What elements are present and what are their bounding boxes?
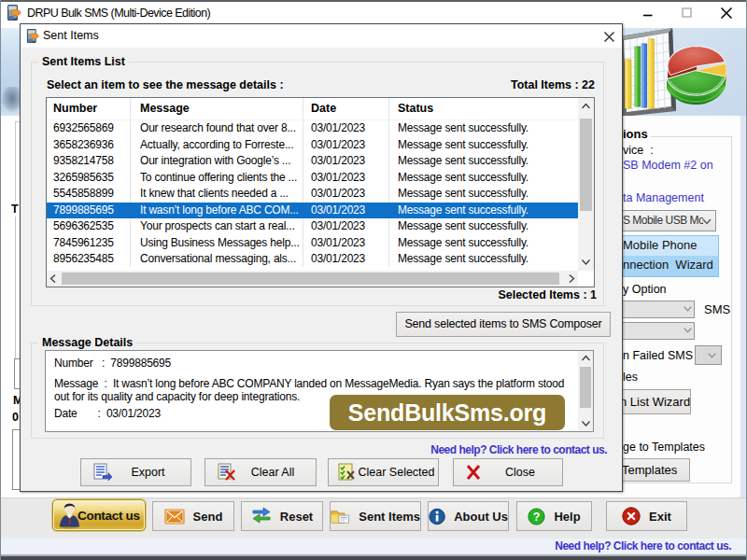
svg-text:?: ? [533,511,541,524]
